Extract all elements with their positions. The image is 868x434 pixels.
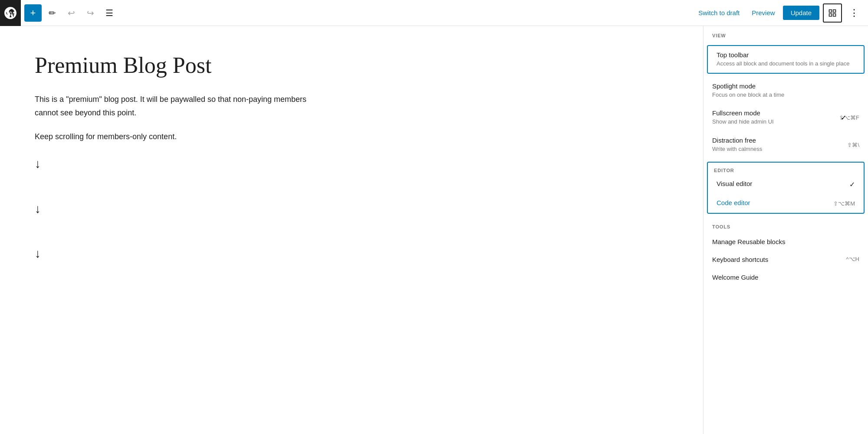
code-editor-shortcut: ⇧⌥⌘M [833,200,855,206]
paragraph-2: Keep scrolling for members-only content. [35,130,330,144]
editor-section-box: EDITOR Visual editor ✓ Code editor ⇧⌥⌘M [707,162,865,214]
preview-button[interactable]: Preview [747,7,779,19]
arrow-1: ↓ [35,153,330,174]
arrow-3: ↓ [35,243,330,264]
fullscreen-mode-item[interactable]: Fullscreen mode Show and hide admin UI ⇧… [704,104,868,131]
add-block-button[interactable]: + [24,4,42,22]
editor-area: Premium Blog Post This is a "premium" bl… [0,26,703,434]
view-section-label: VIEW [704,26,868,42]
keyboard-shortcuts-shortcut: ^⌥H [846,256,860,262]
spotlight-mode-title: Spotlight mode [712,82,859,90]
more-options-button[interactable]: ⋮ [845,4,863,22]
dropdown-panel: VIEW Top toolbar Access all block and do… [703,26,868,434]
editor-section-label: EDITOR [708,163,864,175]
undo-button[interactable]: ↩ [62,4,80,22]
spotlight-mode-item[interactable]: Spotlight mode Focus on one block at a t… [704,77,868,104]
document-overview-button[interactable]: ☰ [101,4,118,22]
wp-logo [0,0,21,26]
svg-rect-0 [829,10,832,12]
spotlight-mode-desc: Focus on one block at a time [712,91,859,99]
welcome-guide-item[interactable]: Welcome Guide [704,268,868,286]
arrow-2: ↓ [35,199,330,219]
redo-button[interactable]: ↪ [82,4,99,22]
keyboard-shortcuts-item[interactable]: Keyboard shortcuts ^⌥H [704,251,868,268]
distraction-free-shortcut: ⇧⌘\ [847,141,859,148]
tools-section-label: TOOLS [704,217,868,233]
fullscreen-check: ✓ [841,114,846,122]
switch-to-draft-button[interactable]: Switch to draft [694,7,744,19]
top-toolbar-desc: Access all block and document tools in a… [717,60,855,68]
view-section-box: Top toolbar Access all block and documen… [707,45,865,74]
visual-editor-item[interactable]: Visual editor ✓ [708,175,864,194]
visual-editor-check: ✓ [849,180,855,188]
code-editor-item[interactable]: Code editor ⇧⌥⌘M [708,194,864,213]
edit-button[interactable]: ✏ [43,4,61,22]
fullscreen-mode-desc: Show and hide admin UI [712,118,859,126]
toolbar-right: Switch to draft Preview Update ⋮ [694,3,863,23]
toolbar-left: + ✏ ↩ ↪ ☰ [24,4,694,22]
svg-rect-3 [833,13,836,16]
manage-reusable-item[interactable]: Manage Reusable blocks [704,233,868,251]
visual-editor-title: Visual editor [717,180,855,187]
update-button[interactable]: Update [783,6,819,20]
toolbar: + ✏ ↩ ↪ ☰ Switch to draft Preview Update… [0,0,868,26]
top-toolbar-title: Top toolbar [717,51,855,59]
main-area: Premium Blog Post This is a "premium" bl… [0,26,868,434]
settings-button[interactable] [823,3,842,23]
distraction-free-desc: Write with calmness [712,145,859,153]
svg-rect-1 [833,10,836,12]
post-title: Premium Blog Post [35,52,668,79]
post-body: This is a "premium" blog post. It will b… [35,93,330,264]
fullscreen-mode-title: Fullscreen mode [712,109,859,117]
svg-rect-2 [829,13,832,16]
paragraph-1: This is a "premium" blog post. It will b… [35,93,330,119]
top-toolbar-item[interactable]: Top toolbar Access all block and documen… [708,46,864,73]
distraction-free-item[interactable]: Distraction free Write with calmness ⇧⌘\ [704,131,868,158]
distraction-free-title: Distraction free [712,137,859,144]
keyboard-shortcuts-label: Keyboard shortcuts [712,256,768,263]
